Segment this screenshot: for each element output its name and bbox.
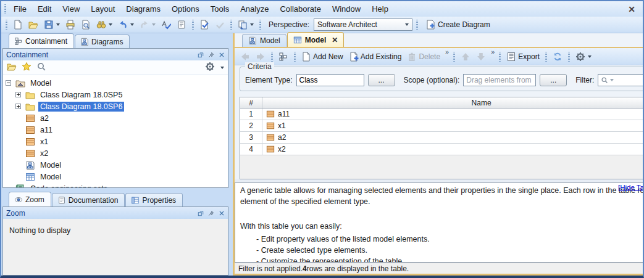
toolbar-grip[interactable] [498,52,501,62]
toolbar-grip[interactable] [191,20,194,30]
menu-collaborate[interactable]: Collaborate [274,2,327,15]
expand-icon[interactable] [15,104,25,109]
collapse-icon[interactable] [6,80,15,86]
close-panel-icon[interactable] [219,210,225,216]
tree-item-code-engineering-sets[interactable]: Code engineering sets [6,182,228,187]
tree-item-class-diagram-sp6[interactable]: Class Diagram 18.0SP6 [6,100,228,112]
menu-window[interactable]: Window [327,2,366,15]
tab-diagrams[interactable]: Diagrams [75,35,130,48]
table-row[interactable]: 1 a11 [240,108,644,120]
pin-panel-icon[interactable] [208,52,214,58]
tab-model-diagram[interactable]: Model [242,34,286,47]
notes-button[interactable] [175,18,188,31]
refresh-button[interactable] [551,51,564,63]
search-icon[interactable] [36,62,46,73]
scope-browse-button[interactable]: ... [540,74,567,86]
new-project-button[interactable] [11,18,25,31]
table-row[interactable]: 3 a2 [240,132,644,144]
close-tab-icon[interactable]: ✕ [332,36,338,44]
element-type-browse-button[interactable]: ... [368,74,395,86]
toolbar-grip[interactable] [259,20,262,30]
toolbar-grip[interactable] [4,4,7,14]
create-diagram-button[interactable]: Create Diagram [422,18,494,31]
pin-panel-icon[interactable] [208,210,214,216]
add-new-button[interactable]: Add New [299,51,345,63]
delete-button[interactable]: Delete [405,51,442,63]
tab-model-table[interactable]: Model ✕ [287,32,345,47]
tree-item-a2[interactable]: a2 [6,112,228,124]
toolbar-grip[interactable] [293,52,296,62]
tree-item-model-root[interactable]: Model [6,77,228,89]
vertical-splitter[interactable] [228,33,233,276]
menu-layout[interactable]: Layout [85,2,120,15]
menu-diagrams[interactable]: Diagrams [120,2,166,15]
tree-item-model-table[interactable]: Model [6,171,228,182]
element-type-input[interactable] [296,74,364,86]
float-panel-icon[interactable] [198,210,204,216]
tree-item-model-diagram[interactable]: Model [6,159,228,171]
table-row[interactable]: 2 x1 [240,120,644,132]
redo-dropdown-icon[interactable] [152,23,156,26]
move-up-button[interactable] [459,51,472,63]
toolbar-grip[interactable] [545,52,548,62]
find-button[interactable] [94,18,114,31]
undo-button[interactable] [116,18,136,31]
menu-edit[interactable]: Edit [32,2,57,15]
back-button[interactable] [238,51,252,63]
redo-button[interactable] [138,18,157,31]
table-options-button[interactable] [574,51,593,63]
validate-button[interactable] [198,18,211,31]
add-existing-button[interactable]: Add Existing [347,51,404,63]
transform-dropdown-icon[interactable] [250,23,254,26]
close-panel-icon[interactable] [219,52,225,58]
menu-help[interactable]: Help [366,2,394,15]
filter-dropdown-icon[interactable] [610,79,614,81]
menu-file[interactable]: File [8,2,32,15]
save-button[interactable] [42,18,62,31]
menu-view[interactable]: View [57,2,85,15]
commit-check-button[interactable] [213,18,227,31]
tree-item-x2[interactable]: x2 [6,147,228,159]
tree-item-x1[interactable]: x1 [6,136,228,147]
spelling-button[interactable] [159,18,173,31]
tab-containment[interactable]: Containment [9,33,74,48]
column-header-num[interactable]: # [240,97,262,108]
print-button[interactable] [64,18,77,31]
undo-dropdown-icon[interactable] [130,23,134,26]
toolbar-grip[interactable] [5,20,8,30]
find-dropdown-icon[interactable] [109,23,112,26]
column-header-name[interactable]: Name [262,97,644,108]
move-down-button[interactable] [474,51,488,63]
open-spec-icon[interactable] [7,62,17,73]
menu-options[interactable]: Options [166,2,205,15]
filter-input[interactable] [598,74,644,86]
toolbar-grip[interactable] [230,20,233,30]
export-button[interactable]: Export [504,51,542,63]
scope-input[interactable] [463,74,536,86]
options-dropdown-icon[interactable] [588,55,592,58]
toolbar-overflow-icon[interactable]: » [490,48,495,55]
transform-button[interactable] [236,18,256,31]
save-dropdown-icon[interactable] [56,23,60,26]
toolbar-overflow-icon[interactable]: » [444,48,450,55]
table-row[interactable]: 4 x2 [240,144,644,155]
tree-item-class-diagram-sp5[interactable]: Class Diagram 18.0SP5 [6,89,228,100]
hide-table-description-link[interactable]: [Hide Table Description] [618,184,644,191]
open-project-button[interactable] [27,18,40,31]
favorites-star-icon[interactable] [22,62,31,73]
print-preview-button[interactable] [79,18,93,31]
window-close-icon[interactable]: ✕ [624,4,639,14]
menu-analyze[interactable]: Analyze [235,2,274,15]
tab-properties[interactable]: Properties [125,193,183,206]
menu-tools[interactable]: Tools [205,2,235,15]
tab-documentation[interactable]: Documentation [52,193,125,206]
perspective-select[interactable]: Software Architect [314,18,412,31]
expand-icon[interactable] [15,92,25,97]
select-in-containment-button[interactable] [277,51,290,63]
toolbar-grip[interactable] [453,52,456,62]
forward-button[interactable] [254,51,267,63]
tab-zoom[interactable]: Zoom [9,192,51,206]
float-panel-icon[interactable] [198,52,204,58]
toolbar-grip[interactable] [567,52,571,62]
settings-gear-icon[interactable] [205,62,215,73]
